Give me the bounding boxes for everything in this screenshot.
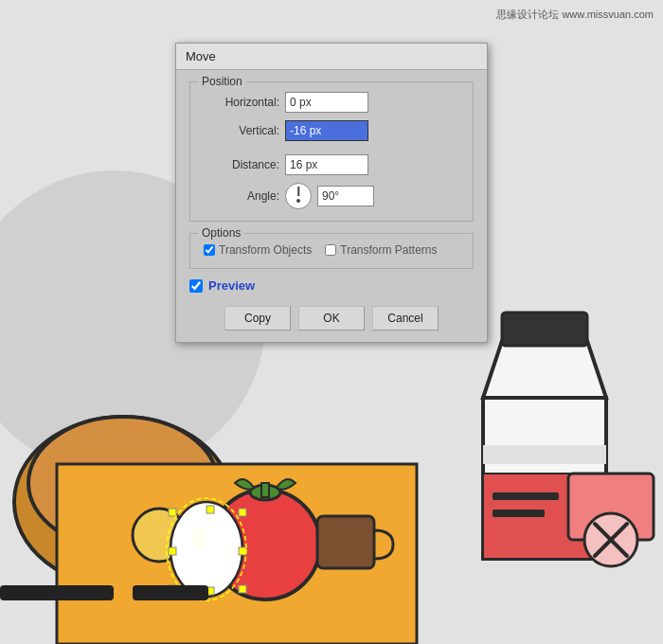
svg-rect-14 (239, 547, 246, 555)
angle-dial[interactable] (285, 183, 312, 209)
distance-label: Distance: (204, 158, 279, 171)
options-section: Options Transform Objects Transform Patt… (189, 233, 474, 269)
transform-objects-label[interactable]: Transform Objects (204, 243, 312, 257)
angle-row: Angle: (204, 183, 459, 209)
transform-patterns-text: Transform Patterns (340, 243, 437, 257)
vertical-input[interactable] (285, 120, 368, 141)
angle-input[interactable] (317, 186, 374, 206)
horizontal-input[interactable] (285, 92, 368, 113)
svg-rect-13 (169, 547, 176, 555)
vertical-row: Vertical: (204, 120, 459, 141)
horizontal-row: Horizontal: (204, 92, 459, 113)
transform-patterns-label[interactable]: Transform Patterns (325, 243, 437, 257)
svg-rect-24 (493, 492, 559, 500)
angle-label: Angle: (204, 189, 279, 203)
angle-hand (297, 187, 299, 196)
options-legend: Options (198, 226, 244, 240)
svg-rect-21 (502, 313, 587, 346)
ok-button[interactable]: OK (298, 306, 365, 331)
transform-patterns-checkbox[interactable] (325, 244, 336, 256)
svg-point-8 (170, 502, 242, 597)
svg-rect-30 (0, 585, 114, 600)
svg-rect-17 (239, 585, 246, 593)
move-dialog: Move Position Horizontal: Vertical: (175, 43, 488, 343)
dialog-titlebar: Move (176, 44, 487, 70)
copy-button[interactable]: Copy (224, 306, 291, 331)
svg-rect-10 (169, 509, 176, 516)
distance-input[interactable] (285, 154, 368, 175)
buttons-row: Copy OK Cancel (189, 306, 474, 331)
transform-objects-text: Transform Objects (219, 243, 312, 257)
preview-label: Preview (208, 278, 255, 293)
distance-row: Distance: (204, 154, 459, 175)
transform-objects-checkbox[interactable] (204, 244, 215, 256)
preview-row: Preview (189, 278, 474, 293)
options-row: Transform Objects Transform Patterns (204, 243, 459, 257)
dialog-title: Move (186, 49, 216, 63)
position-section: Position Horizontal: Vertical: Distance: (189, 81, 474, 222)
svg-rect-31 (133, 585, 208, 600)
cancel-button[interactable]: Cancel (372, 306, 439, 331)
svg-rect-22 (483, 445, 606, 464)
svg-marker-20 (483, 341, 606, 398)
svg-point-9 (191, 527, 206, 549)
svg-rect-25 (493, 510, 545, 517)
watermark: 思缘设计论坛 www.missvuan.com (496, 8, 654, 22)
angle-center-dot (296, 199, 300, 203)
svg-rect-5 (261, 483, 269, 497)
vertical-label: Vertical: (204, 124, 279, 137)
preview-checkbox[interactable] (189, 279, 203, 293)
svg-rect-12 (239, 509, 246, 516)
svg-rect-11 (206, 506, 214, 513)
horizontal-label: Horizontal: (204, 96, 279, 109)
position-legend: Position (198, 75, 246, 88)
svg-rect-6 (317, 516, 374, 568)
